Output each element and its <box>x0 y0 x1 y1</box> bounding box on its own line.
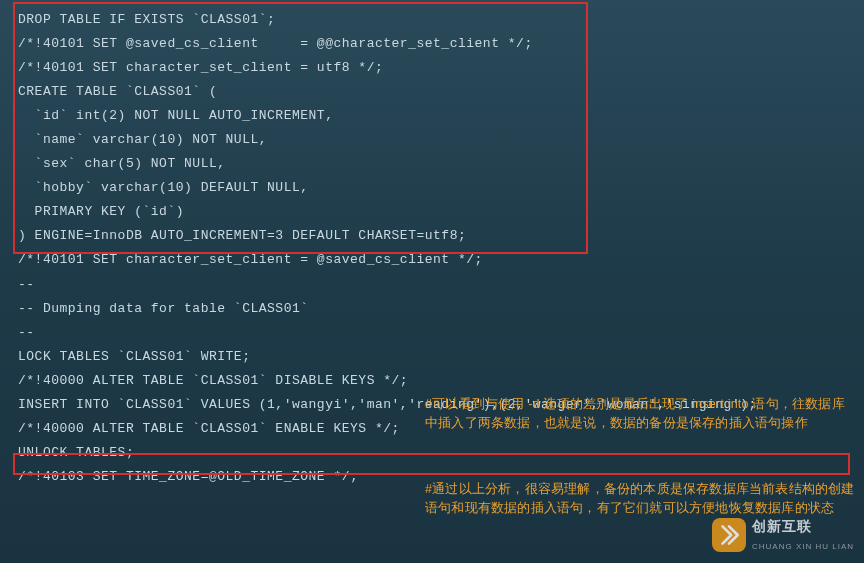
watermark-text-cn: 创新互联 <box>752 514 854 540</box>
code-line: LOCK TABLES `CLASS01` WRITE; <box>18 345 846 369</box>
code-line: -- <box>18 273 846 297</box>
code-line: `id` int(2) NOT NULL AUTO_INCREMENT, <box>18 104 846 128</box>
code-line: UNLOCK TABLES; <box>18 441 846 465</box>
code-line: `sex` char(5) NOT NULL, <box>18 152 846 176</box>
code-line: CREATE TABLE `CLASS01` ( <box>18 80 846 104</box>
annotation-backup-explanation: #通过以上分析，很容易理解，备份的本质是保存数据库当前表结构的创建语句和现有数据… <box>425 480 855 518</box>
watermark-logo-icon <box>712 518 746 552</box>
code-line: PRIMARY KEY (`id`) <box>18 200 846 224</box>
watermark-text: 创新互联 CHUANG XIN HU LIAN <box>752 514 854 555</box>
watermark-text-en: CHUANG XIN HU LIAN <box>752 540 854 555</box>
watermark: 创新互联 CHUANG XIN HU LIAN <box>712 514 854 555</box>
code-line: -- Dumping data for table `CLASS01` <box>18 297 846 321</box>
code-line: /*!40101 SET character_set_client = @sav… <box>18 248 846 272</box>
code-line: `name` varchar(10) NOT NULL, <box>18 128 846 152</box>
code-line: ) ENGINE=InnoDB AUTO_INCREMENT=3 DEFAULT… <box>18 224 846 248</box>
code-line: /*!40000 ALTER TABLE `CLASS01` DISABLE K… <box>18 369 846 393</box>
code-line: `hobby` varchar(10) DEFAULT NULL, <box>18 176 846 200</box>
annotation-insert-explanation: #可以看到与使用 -d 选项的差别是最后出现了 insert into 语句，往… <box>425 395 855 433</box>
code-line: /*!40101 SET character_set_client = utf8… <box>18 56 846 80</box>
code-line: /*!40101 SET @saved_cs_client = @@charac… <box>18 32 846 56</box>
code-line: -- <box>18 321 846 345</box>
code-line: DROP TABLE IF EXISTS `CLASS01`; <box>18 8 846 32</box>
